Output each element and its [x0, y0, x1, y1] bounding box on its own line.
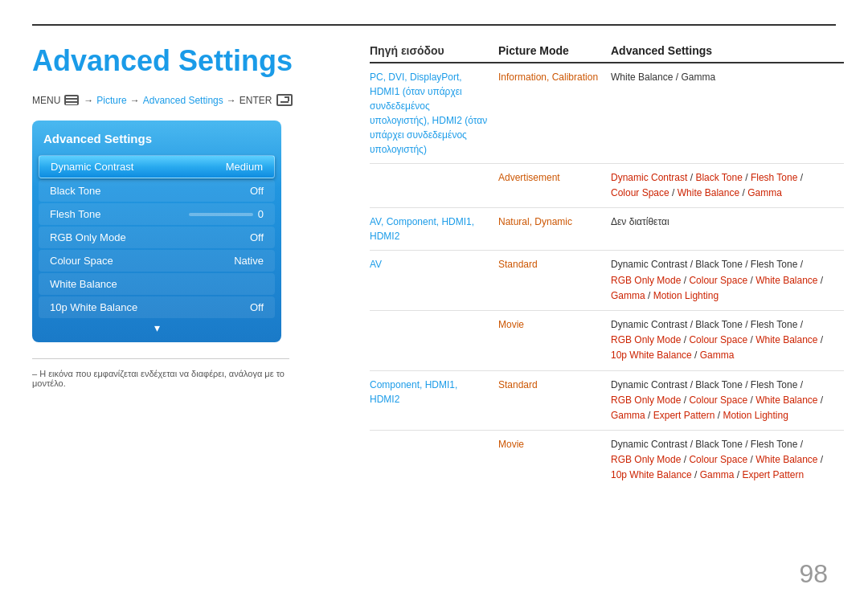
menu-icon [64, 95, 79, 105]
flesh-tone-slider-track [189, 213, 253, 216]
rgb-only-mode-value: Off [250, 231, 264, 243]
menu-item-dynamic-contrast[interactable]: Dynamic Contrast Medium [39, 155, 275, 178]
rgb-only-mode-label: RGB Only Mode [50, 231, 126, 243]
arrow2: → [130, 95, 140, 106]
row2-mode: Advertisement [498, 170, 611, 185]
row6-features: Dynamic Contrast / Black Tone / Flesh To… [611, 378, 844, 424]
enter-label: ENTER [240, 95, 272, 106]
more-indicator: ▾ [32, 321, 281, 334]
row1-features: White Balance / Gamma [611, 70, 844, 85]
row3-mode: Natural, Dynamic [498, 215, 611, 229]
row6-mode: Standard [498, 378, 611, 392]
page-container: Advanced Settings MENU → Picture → Advan… [0, 0, 868, 613]
10p-white-balance-label: 10p White Balance [50, 301, 137, 313]
row5-features: Dynamic Contrast / Black Tone / Flesh To… [611, 317, 844, 364]
menu-item-10p-white-balance[interactable]: 10p White Balance Off [39, 296, 275, 318]
left-panel: Advanced Settings MENU → Picture → Advan… [32, 44, 338, 388]
row4-features: Dynamic Contrast / Black Tone / Flesh To… [611, 257, 844, 304]
table-row: Advertisement Dynamic Contrast / Black T… [370, 164, 844, 208]
row7-mode: Movie [498, 437, 611, 452]
arrow1: → [84, 95, 93, 106]
row4-source: AV [370, 257, 498, 272]
flesh-tone-slider-container: 0 [189, 208, 264, 220]
row3-source: AV, Component, HDMI1,HDMI2 [370, 215, 498, 243]
th-settings: Advanced Settings [611, 44, 844, 57]
table-row: AV Standard Dynamic Contrast / Black Ton… [370, 251, 844, 311]
flesh-tone-value: 0 [258, 208, 264, 220]
th-source: Πηγή εισόδου [370, 44, 498, 57]
white-balance-label: White Balance [50, 278, 117, 290]
right-panel: Πηγή εισόδου Picture Mode Advanced Setti… [370, 44, 844, 490]
colour-space-label: Colour Space [50, 255, 113, 267]
row1-mode: Information, Calibration [498, 70, 611, 84]
row2-features: Dynamic Contrast / Black Tone / Flesh To… [611, 170, 844, 201]
menu-label: MENU [32, 95, 80, 106]
row7-features: Dynamic Contrast / Black Tone / Flesh To… [611, 437, 844, 484]
row1-source: PC, DVI, DisplayPort,HDMI1 (όταν υπάρχει… [370, 70, 498, 157]
table-header: Πηγή εισόδου Picture Mode Advanced Setti… [370, 44, 844, 63]
page-number: 98 [799, 559, 828, 589]
menu-item-black-tone[interactable]: Black Tone Off [39, 180, 275, 202]
settings-box: Advanced Settings Dynamic Contrast Mediu… [32, 121, 281, 342]
table-row: Movie Dynamic Contrast / Black Tone / Fl… [370, 431, 844, 490]
top-rule [32, 24, 836, 26]
table-row: Component, HDMI1,HDMI2 Standard Dynamic … [370, 371, 844, 431]
enter-icon [276, 94, 293, 106]
row4-mode: Standard [498, 257, 611, 272]
menu-path: MENU → Picture → Advanced Settings → ENT… [32, 94, 338, 106]
table-row: AV, Component, HDMI1,HDMI2 Natural, Dyna… [370, 208, 844, 251]
footnote: – Η εικόνα που εμφανίζεται ενδέχεται να … [32, 358, 289, 388]
dynamic-contrast-value: Medium [226, 161, 263, 173]
page-title: Advanced Settings [32, 44, 338, 78]
menu-item-flesh-tone[interactable]: Flesh Tone 0 [39, 203, 275, 225]
table-row: Movie Dynamic Contrast / Black Tone / Fl… [370, 311, 844, 371]
menu-item-white-balance[interactable]: White Balance [39, 273, 275, 295]
arrow3: → [227, 95, 236, 106]
dynamic-contrast-label: Dynamic Contrast [51, 161, 133, 173]
settings-box-title: Advanced Settings [32, 132, 281, 153]
th-mode: Picture Mode [498, 44, 611, 57]
row6-source: Component, HDMI1,HDMI2 [370, 378, 498, 407]
menu-item-colour-space[interactable]: Colour Space Native [39, 250, 275, 272]
menu-text: MENU [32, 95, 60, 106]
table-row: PC, DVI, DisplayPort,HDMI1 (όταν υπάρχει… [370, 63, 844, 164]
10p-white-balance-value: Off [250, 301, 264, 313]
row3-features: Δεν διατίθεται [611, 215, 844, 230]
black-tone-value: Off [250, 185, 264, 197]
flesh-tone-label: Flesh Tone [50, 208, 100, 220]
colour-space-value: Native [234, 255, 264, 267]
advanced-link: Advanced Settings [143, 95, 223, 106]
black-tone-label: Black Tone [50, 185, 100, 197]
picture-link: Picture [96, 95, 126, 106]
row5-mode: Movie [498, 317, 611, 332]
menu-item-rgb-only-mode[interactable]: RGB Only Mode Off [39, 227, 275, 248]
